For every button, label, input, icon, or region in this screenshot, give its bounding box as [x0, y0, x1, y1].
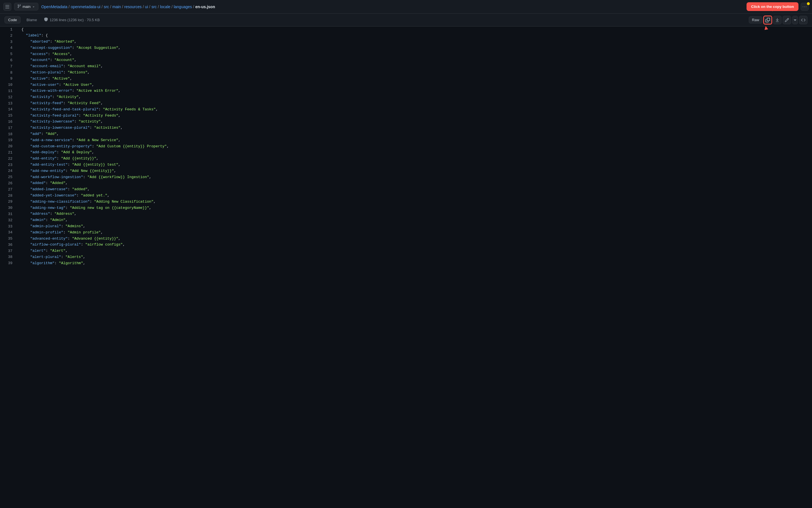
- line-number: 25: [0, 174, 17, 180]
- line-number: 36: [0, 242, 17, 248]
- line-number: 22: [0, 156, 17, 162]
- line-number: 23: [0, 162, 17, 168]
- line-content: "add-custom-entity-property": "Add Custo…: [17, 143, 812, 150]
- line-content: "adding-new-tag": "Adding new tag on {{c…: [17, 205, 812, 211]
- table-row: 19 "add-a-new-service": "Add a New Servi…: [0, 137, 812, 143]
- code-table: 1{2 "label": {3 "aborted": "Aborted",4 "…: [0, 27, 812, 266]
- line-number: 5: [0, 51, 17, 57]
- copy-button[interactable]: [763, 16, 772, 24]
- line-number: 3: [0, 39, 17, 45]
- line-content: "activity-feed-plural": "Activity Feeds"…: [17, 113, 812, 119]
- file-meta: 1236 lines (1236 loc) · 70.5 KB: [44, 17, 747, 22]
- line-content: {: [17, 27, 812, 33]
- breadcrumb-resources[interactable]: resources: [124, 4, 141, 9]
- code-view-button[interactable]: [799, 16, 808, 24]
- line-content: "advanced-entity": "Advanced {{entity}}"…: [17, 236, 812, 242]
- breadcrumb-languages[interactable]: languages: [174, 4, 192, 9]
- line-content: "activity-lowercase": "activity",: [17, 119, 812, 125]
- breadcrumb: OpenMetadata / openmetadata-ui / src / m…: [41, 4, 744, 9]
- table-row: 35 "advanced-entity": "Advanced {{entity…: [0, 236, 812, 242]
- line-content: "activity": "Activity",: [17, 94, 812, 100]
- breadcrumb-openmetadata-ui[interactable]: openmetadata-ui: [71, 4, 100, 9]
- line-content: "account-email": "Account email",: [17, 64, 812, 70]
- table-row: 37 "alert": "Alert",: [0, 248, 812, 254]
- line-content: "add-a-new-service": "Add a New Service"…: [17, 137, 812, 143]
- line-number: 38: [0, 254, 17, 260]
- line-number: 11: [0, 88, 17, 94]
- table-row: 14 "activity-feed-and-task-plural": "Act…: [0, 107, 812, 113]
- raw-button[interactable]: Raw: [749, 16, 762, 24]
- branch-selector[interactable]: main: [14, 3, 38, 10]
- line-content: "action-plural": "Actions",: [17, 70, 812, 76]
- branch-name: main: [22, 4, 31, 9]
- table-row: 3 "aborted": "Aborted",: [0, 39, 812, 45]
- tab-blame[interactable]: Blame: [23, 16, 41, 24]
- table-row: 11 "active-with-error": "Active with Err…: [0, 88, 812, 94]
- line-content: "added": "Added",: [17, 180, 812, 186]
- line-number: 10: [0, 82, 17, 88]
- table-row: 5 "access": "Access",: [0, 51, 812, 57]
- table-row: 12 "activity": "Activity",: [0, 94, 812, 100]
- table-row: 38 "alert-plural": "Alerts",: [0, 254, 812, 260]
- line-number: 9: [0, 76, 17, 82]
- line-content: "admin-plural": "Admins",: [17, 223, 812, 230]
- arrow-indicator: ▲: [762, 24, 770, 32]
- breadcrumb-locale[interactable]: locale: [160, 4, 170, 9]
- toolbar-actions: Raw: [749, 16, 808, 24]
- line-content: "activity-lowercase-plural": "activities…: [17, 125, 812, 131]
- line-content: "activity-feed-and-task-plural": "Activi…: [17, 107, 812, 113]
- table-row: 16 "activity-lowercase": "activity",: [0, 119, 812, 125]
- line-number: 34: [0, 229, 17, 236]
- line-content: "active-user": "Active User",: [17, 82, 812, 88]
- line-number: 6: [0, 57, 17, 64]
- file-toolbar: Code Blame 1236 lines (1236 loc) · 70.5 …: [0, 13, 812, 27]
- line-content: "alert-plural": "Alerts",: [17, 254, 812, 260]
- line-number: 19: [0, 137, 17, 143]
- table-row: 8 "action-plural": "Actions",: [0, 70, 812, 76]
- line-number: 29: [0, 199, 17, 205]
- line-number: 14: [0, 107, 17, 113]
- edit-dropdown-button[interactable]: [792, 16, 798, 24]
- line-number: 4: [0, 45, 17, 51]
- line-content: "admin": "Admin",: [17, 217, 812, 223]
- line-number: 13: [0, 100, 17, 107]
- line-number: 2: [0, 33, 17, 39]
- line-content: "activity-feed": "Activity Feed",: [17, 100, 812, 107]
- breadcrumb-main[interactable]: main: [112, 4, 121, 9]
- line-content: "alert": "Alert",: [17, 248, 812, 254]
- table-row: 32 "admin": "Admin",: [0, 217, 812, 223]
- table-row: 13 "activity-feed": "Activity Feed",: [0, 100, 812, 107]
- line-number: 27: [0, 186, 17, 193]
- table-row: 4 "accept-suggestion": "Accept Suggestio…: [0, 45, 812, 51]
- breadcrumb-src[interactable]: src: [104, 4, 109, 9]
- file-stats: 1236 lines (1236 loc) · 70.5 KB: [50, 18, 100, 22]
- line-number: 31: [0, 211, 17, 217]
- tab-code[interactable]: Code: [4, 16, 20, 24]
- sidebar-toggle-button[interactable]: [3, 3, 11, 11]
- table-row: 39 "algorithm": "Algorithm",: [0, 260, 812, 266]
- shield-icon: [44, 17, 48, 22]
- table-row: 6 "account": "Account",: [0, 57, 812, 64]
- table-row: 31 "address": "Address",: [0, 211, 812, 217]
- line-number: 24: [0, 168, 17, 174]
- download-button[interactable]: [773, 16, 781, 24]
- table-row: 22 "add-entity": "Add {{entity}}",: [0, 156, 812, 162]
- edit-button[interactable]: [783, 16, 791, 24]
- table-row: 27 "added-lowercase": "added",: [0, 186, 812, 193]
- line-content: "add-deploy": "Add & Deploy",: [17, 150, 812, 156]
- line-content: "active": "Active",: [17, 76, 812, 82]
- line-number: 16: [0, 119, 17, 125]
- table-row: 23 "add-entity-test": "Add {{entity}} te…: [0, 162, 812, 168]
- breadcrumb-current-file: en-us.json: [195, 4, 215, 9]
- line-content: "added-yet-lowercase": "added yet.",: [17, 193, 812, 199]
- breadcrumb-openmetadata[interactable]: OpenMetadata: [41, 4, 67, 9]
- line-content: "accept-suggestion": "Accept Suggestion"…: [17, 45, 812, 51]
- line-number: 7: [0, 64, 17, 70]
- breadcrumb-ui[interactable]: ui: [145, 4, 148, 9]
- breadcrumb-src2[interactable]: src: [151, 4, 157, 9]
- table-row: 2 "label": {: [0, 33, 812, 39]
- line-number: 28: [0, 193, 17, 199]
- line-content: "account": "Account",: [17, 57, 812, 64]
- more-options-icon: ···: [802, 4, 807, 9]
- dot-indicator: [807, 2, 810, 5]
